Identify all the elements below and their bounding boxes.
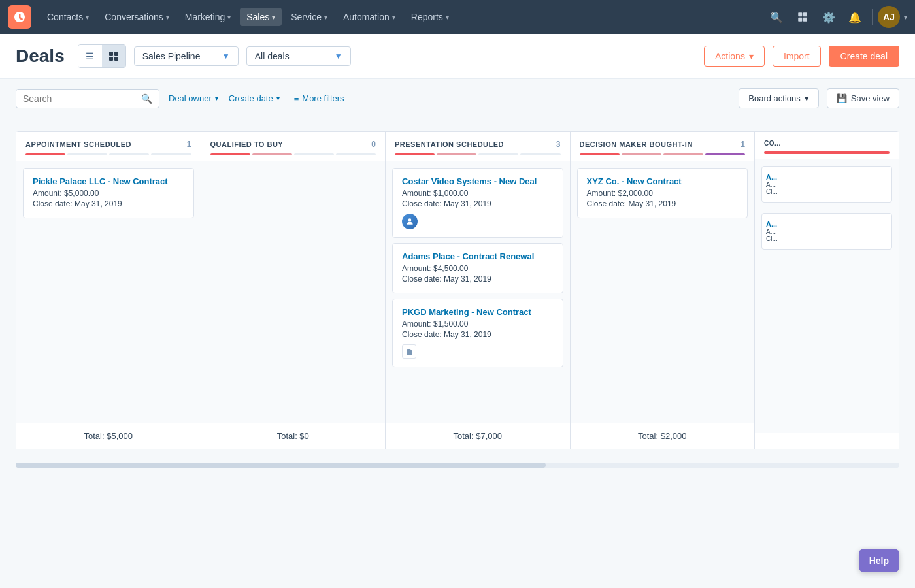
col-header-presentation-scheduled: PRESENTATION SCHEDULED 3 bbox=[386, 132, 570, 161]
col-count: 3 bbox=[556, 140, 561, 149]
nav-marketing[interactable]: Marketing ▾ bbox=[178, 8, 237, 26]
deal-title[interactable]: PKGD Marketing - New Contract bbox=[402, 307, 554, 317]
deal-close-date: Close date: May 31, 2019 bbox=[402, 274, 554, 284]
deal-date-partial: Cl... bbox=[766, 188, 888, 195]
actions-button[interactable]: Actions ▾ bbox=[704, 46, 765, 67]
deal-card[interactable]: Adams Place - Contract Renewal Amount: $… bbox=[392, 243, 563, 293]
more-filters-button[interactable]: ≡ More filters bbox=[289, 90, 350, 107]
nav-icon-group: 🔍 ⚙️ 🔔 AJ ▾ bbox=[765, 5, 907, 29]
deal-card[interactable]: PKGD Marketing - New Contract Amount: $1… bbox=[392, 299, 563, 367]
col-count: 1 bbox=[740, 140, 745, 149]
svg-rect-1 bbox=[803, 12, 807, 16]
col-footer: Total: $7,000 bbox=[386, 423, 570, 449]
deal-card[interactable]: Pickle Palace LLC - New Contract Amount:… bbox=[23, 168, 194, 218]
deal-amount-partial: A... bbox=[766, 181, 888, 188]
bar-indicator bbox=[705, 153, 745, 155]
horizontal-scrollbar[interactable] bbox=[16, 463, 899, 468]
deal-date-partial: Cl... bbox=[766, 235, 888, 242]
nav-contacts[interactable]: Contacts ▾ bbox=[41, 8, 95, 26]
hubspot-logo[interactable] bbox=[8, 5, 31, 29]
bar-indicator bbox=[663, 153, 703, 155]
save-view-button[interactable]: 💾 Save view bbox=[827, 88, 899, 108]
column-presentation-scheduled: PRESENTATION SCHEDULED 3 Costar Video Sy… bbox=[386, 132, 571, 449]
deal-icon-row bbox=[402, 344, 554, 359]
chevron-down-icon: ▾ bbox=[446, 14, 449, 21]
deal-card[interactable]: XYZ Co. - New Contract Amount: $2,000.00… bbox=[577, 168, 748, 218]
bar-indicator bbox=[294, 153, 334, 155]
user-avatar[interactable]: AJ bbox=[878, 6, 900, 28]
nav-reports[interactable]: Reports ▾ bbox=[405, 8, 456, 26]
col-header-contract-sent: CO... bbox=[755, 132, 899, 159]
col-body bbox=[201, 161, 386, 423]
deal-card-partial[interactable]: A... A... Cl... bbox=[761, 166, 892, 203]
board-columns: APPOINTMENT SCHEDULED 1 Pickle Palace LL… bbox=[16, 131, 899, 449]
bar-indicator bbox=[437, 153, 476, 155]
create-deal-button[interactable]: Create deal bbox=[829, 46, 899, 67]
deal-close-date: Close date: May 31, 2019 bbox=[402, 199, 554, 208]
chevron-down-icon: ▾ bbox=[392, 14, 395, 21]
col-header-appointment-scheduled: APPOINTMENT SCHEDULED 1 bbox=[16, 132, 201, 161]
chevron-down-icon: ▾ bbox=[166, 14, 169, 21]
col-title: CO... bbox=[764, 140, 781, 147]
filters-bar: 🔍 Deal owner ▾ Create date ▾ ≡ More filt… bbox=[0, 79, 915, 118]
filter-dropdown[interactable]: All deals ▼ bbox=[246, 46, 351, 66]
deal-amount: Amount: $1,000.00 bbox=[402, 189, 554, 198]
nav-sales[interactable]: Sales ▾ bbox=[240, 8, 282, 26]
deal-close-date: Close date: May 31, 2019 bbox=[402, 330, 554, 339]
svg-rect-2 bbox=[798, 18, 802, 22]
deal-amount: Amount: $1,500.00 bbox=[402, 319, 554, 329]
svg-point-8 bbox=[408, 218, 412, 221]
deal-card-partial[interactable]: A... A... Cl... bbox=[761, 213, 892, 250]
deal-title[interactable]: Pickle Palace LLC - New Contract bbox=[33, 176, 184, 186]
svg-rect-3 bbox=[803, 18, 807, 22]
filter-lines-icon: ≡ bbox=[294, 93, 299, 103]
list-view-button[interactable]: ☰ bbox=[78, 45, 102, 67]
svg-rect-5 bbox=[114, 52, 118, 56]
search-box: 🔍 bbox=[16, 89, 159, 108]
search-icon: 🔍 bbox=[141, 93, 152, 104]
search-icon-button[interactable]: 🔍 bbox=[765, 5, 788, 29]
col-footer: Total: $2,000 bbox=[571, 423, 755, 449]
bar-indicator bbox=[25, 153, 65, 155]
bar-indicator bbox=[580, 153, 620, 155]
chevron-down-icon: ▾ bbox=[227, 14, 231, 21]
deal-amount: Amount: $5,000.00 bbox=[33, 189, 184, 198]
deal-card[interactable]: Costar Video Systems - New Deal Amount: … bbox=[392, 168, 563, 238]
col-body: Costar Video Systems - New Deal Amount: … bbox=[386, 161, 570, 423]
scrollbar-thumb[interactable] bbox=[16, 463, 546, 468]
bar-indicator bbox=[151, 153, 191, 155]
create-date-filter[interactable]: Create date ▾ bbox=[227, 90, 281, 107]
avatar-chevron-icon: ▾ bbox=[904, 14, 907, 21]
notifications-icon-button[interactable]: 🔔 bbox=[843, 5, 867, 29]
bar-indicator bbox=[252, 153, 292, 155]
col-body: A... A... Cl... A... A... Cl... bbox=[755, 159, 899, 433]
marketplace-icon-button[interactable] bbox=[791, 5, 814, 29]
nav-automation[interactable]: Automation ▾ bbox=[337, 8, 402, 26]
deal-title[interactable]: Adams Place - Contract Renewal bbox=[402, 252, 554, 261]
bar-indicator bbox=[478, 153, 518, 155]
deal-close-date: Close date: May 31, 2019 bbox=[33, 199, 184, 208]
column-appointment-scheduled: APPOINTMENT SCHEDULED 1 Pickle Palace LL… bbox=[16, 132, 201, 449]
view-toggle: ☰ bbox=[78, 44, 126, 68]
import-button[interactable]: Import bbox=[773, 46, 821, 67]
col-count: 0 bbox=[371, 140, 376, 149]
nav-conversations[interactable]: Conversations ▾ bbox=[98, 8, 176, 26]
bar-indicator bbox=[764, 151, 890, 154]
bar-indicator bbox=[395, 153, 435, 155]
search-input[interactable] bbox=[23, 93, 137, 104]
nav-divider bbox=[872, 9, 873, 25]
nav-service[interactable]: Service ▾ bbox=[284, 8, 334, 26]
grid-view-button[interactable] bbox=[102, 45, 125, 67]
board-actions-button[interactable]: Board actions ▾ bbox=[739, 88, 819, 108]
deal-close-date: Close date: May 31, 2019 bbox=[587, 199, 739, 208]
create-date-chevron-icon: ▾ bbox=[276, 95, 280, 102]
deal-owner-filter[interactable]: Deal owner ▾ bbox=[167, 90, 220, 107]
deal-title[interactable]: XYZ Co. - New Contract bbox=[587, 176, 739, 186]
deal-title[interactable]: Costar Video Systems - New Deal bbox=[402, 176, 554, 186]
col-title: QUALIFIED TO BUY bbox=[210, 140, 284, 148]
actions-chevron-icon: ▾ bbox=[749, 51, 754, 61]
col-body: XYZ Co. - New Contract Amount: $2,000.00… bbox=[571, 161, 755, 423]
settings-icon-button[interactable]: ⚙️ bbox=[817, 5, 840, 29]
bar-indicator bbox=[336, 153, 376, 155]
pipeline-dropdown[interactable]: Sales Pipeline ▼ bbox=[134, 46, 239, 66]
